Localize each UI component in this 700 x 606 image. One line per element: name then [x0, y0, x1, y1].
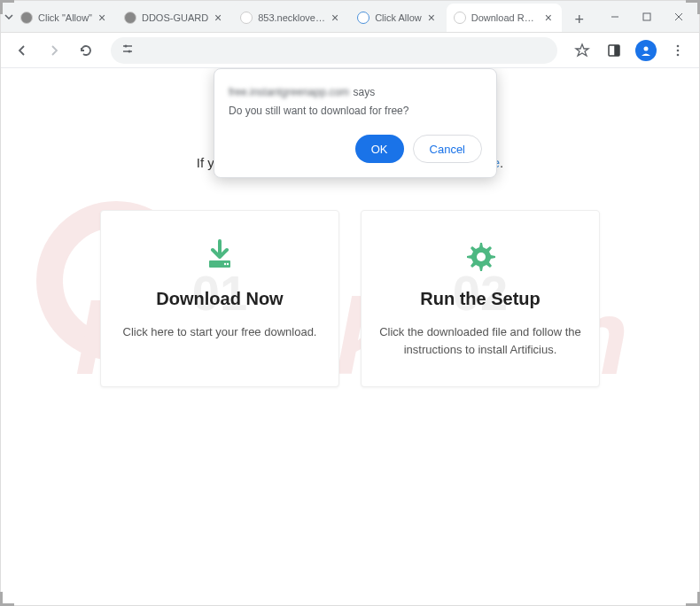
bookmark-icon[interactable]: [568, 36, 596, 65]
javascript-dialog: free.instantgreenapp.com says Do you sti…: [214, 68, 497, 178]
hint-suffix: .: [500, 155, 503, 170]
svg-point-9: [644, 46, 649, 50]
new-tab-button[interactable]: +: [567, 7, 592, 32]
card-title: Run the Setup: [379, 289, 581, 309]
card-description: Click the downloaded file and follow the…: [379, 323, 581, 358]
setup-card[interactable]: 02 Run the Setup Click the downloaded fi…: [361, 210, 600, 387]
browser-tab[interactable]: Click Allow ×: [350, 4, 445, 32]
svg-rect-8: [615, 45, 619, 56]
svg-point-12: [677, 53, 680, 56]
crop-corner: [686, 592, 700, 606]
toolbar-actions: [568, 36, 692, 65]
download-card[interactable]: 01 Download Now Click here to start your…: [100, 210, 339, 387]
browser-tab[interactable]: Click "Allow" ×: [13, 4, 115, 32]
download-icon: [119, 236, 321, 275]
page-icon: [240, 12, 253, 24]
profile-button[interactable]: [632, 36, 660, 65]
svg-point-14: [224, 263, 226, 265]
svg-point-16: [477, 252, 486, 261]
close-icon[interactable]: ×: [212, 12, 224, 24]
minimize-button[interactable]: [603, 4, 627, 29]
side-panel-icon[interactable]: [600, 36, 628, 65]
browser-tab[interactable]: DDOS-GUARD ×: [117, 4, 231, 32]
tab-title: Click Allow: [375, 12, 422, 23]
close-icon[interactable]: ×: [329, 12, 341, 24]
svg-point-11: [677, 49, 680, 51]
bell-icon: [357, 12, 369, 24]
instruction-cards: 01 Download Now Click here to start your…: [100, 210, 600, 387]
dialog-says-label: says: [354, 86, 376, 98]
avatar-icon: [635, 40, 657, 61]
close-icon[interactable]: ×: [96, 12, 108, 24]
window-controls: [592, 4, 700, 29]
address-bar[interactable]: [111, 37, 557, 64]
reload-button[interactable]: [72, 36, 100, 65]
page-content: PCrisk.com If your download didn't start…: [1, 68, 699, 605]
tab-title: DDOS-GUARD: [142, 12, 208, 23]
browser-tab[interactable]: 853.necklovehan... ×: [233, 4, 348, 32]
card-title: Download Now: [119, 289, 321, 309]
svg-point-3: [125, 45, 128, 48]
crop-corner: [0, 0, 14, 14]
close-icon[interactable]: ×: [425, 12, 438, 24]
globe-icon: [20, 12, 33, 24]
tab-title: Click "Allow": [38, 12, 92, 23]
crop-corner: [0, 592, 14, 606]
tab-title: Download Ready: [471, 12, 539, 23]
dialog-message: Do you still want to download for free?: [229, 105, 482, 117]
svg-rect-1: [643, 13, 650, 20]
close-icon[interactable]: ×: [542, 12, 555, 24]
toolbar: [1, 33, 699, 68]
page-icon: [454, 12, 466, 24]
card-description: Click here to start your free download.: [119, 323, 321, 341]
svg-point-10: [677, 44, 680, 47]
site-settings-icon[interactable]: [121, 43, 134, 58]
back-button[interactable]: [8, 36, 36, 65]
svg-point-15: [227, 263, 229, 265]
tab-title: 853.necklovehan...: [258, 12, 325, 23]
browser-tab-active[interactable]: Download Ready ×: [447, 4, 562, 32]
dialog-buttons: OK Cancel: [229, 135, 482, 163]
forward-button[interactable]: [40, 36, 68, 65]
svg-point-5: [128, 50, 131, 53]
browser-window: Click "Allow" × DDOS-GUARD × 853.necklov…: [0, 0, 700, 606]
ok-button[interactable]: OK: [355, 135, 404, 163]
cancel-button[interactable]: Cancel: [413, 135, 482, 163]
dialog-header: free.instantgreenapp.com says: [229, 83, 482, 99]
crop-corner: [686, 0, 700, 14]
tab-strip: Click "Allow" × DDOS-GUARD × 853.necklov…: [13, 1, 592, 32]
globe-icon: [124, 12, 136, 24]
menu-button[interactable]: [664, 36, 692, 65]
maximize-button[interactable]: [634, 4, 659, 29]
dialog-origin: free.instantgreenapp.com: [229, 86, 349, 98]
gear-icon: [379, 236, 581, 275]
titlebar: Click "Allow" × DDOS-GUARD × 853.necklov…: [1, 1, 699, 33]
